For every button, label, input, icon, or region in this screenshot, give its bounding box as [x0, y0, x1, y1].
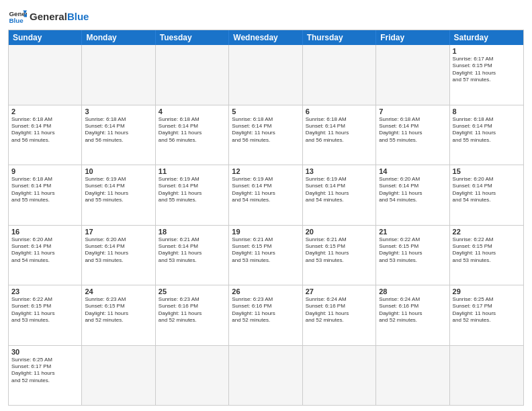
cell-info: Sunrise: 6:18 AM Sunset: 6:14 PM Dayligh… — [11, 116, 79, 144]
empty-cell-r5c5 — [376, 346, 449, 406]
empty-cell-r0c5 — [376, 45, 449, 105]
empty-cell-r0c1 — [82, 45, 155, 105]
day-number: 7 — [379, 107, 446, 116]
svg-text:Blue: Blue — [9, 17, 24, 24]
day-cell-24: 24Sunrise: 6:23 AM Sunset: 6:15 PM Dayli… — [82, 285, 155, 345]
cell-info: Sunrise: 6:18 AM Sunset: 6:14 PM Dayligh… — [306, 116, 373, 144]
cell-info: Sunrise: 6:20 AM Sunset: 6:14 PM Dayligh… — [85, 236, 152, 265]
cell-info: Sunrise: 6:22 AM Sunset: 6:15 PM Dayligh… — [11, 296, 79, 324]
cell-info: Sunrise: 6:23 AM Sunset: 6:15 PM Dayligh… — [85, 296, 152, 324]
day-number: 18 — [159, 228, 226, 236]
cell-info: Sunrise: 6:22 AM Sunset: 6:15 PM Dayligh… — [453, 236, 521, 265]
day-number: 15 — [453, 167, 521, 175]
cell-info: Sunrise: 6:21 AM Sunset: 6:15 PM Dayligh… — [232, 236, 299, 265]
cell-info: Sunrise: 6:20 AM Sunset: 6:14 PM Dayligh… — [379, 176, 446, 204]
calendar-row-0: 1Sunrise: 6:17 AM Sunset: 6:15 PM Daylig… — [9, 45, 523, 105]
day-number: 21 — [379, 228, 446, 236]
day-number: 5 — [232, 107, 299, 116]
day-cell-6: 6Sunrise: 6:18 AM Sunset: 6:14 PM Daylig… — [303, 105, 376, 165]
calendar-body: 1Sunrise: 6:17 AM Sunset: 6:15 PM Daylig… — [9, 45, 523, 405]
day-cell-2: 2Sunrise: 6:18 AM Sunset: 6:14 PM Daylig… — [9, 105, 82, 165]
day-number: 10 — [85, 167, 152, 175]
empty-cell-r5c2 — [156, 346, 229, 406]
day-number: 25 — [159, 287, 226, 295]
day-number: 1 — [453, 47, 521, 55]
empty-cell-r0c4 — [303, 45, 376, 105]
cell-info: Sunrise: 6:24 AM Sunset: 6:16 PM Dayligh… — [379, 296, 446, 324]
cell-info: Sunrise: 6:18 AM Sunset: 6:14 PM Dayligh… — [11, 176, 79, 204]
day-cell-16: 16Sunrise: 6:20 AM Sunset: 6:14 PM Dayli… — [9, 226, 82, 285]
weekday-header-sunday: Sunday — [9, 30, 82, 45]
day-cell-22: 22Sunrise: 6:22 AM Sunset: 6:15 PM Dayli… — [450, 226, 523, 285]
day-cell-11: 11Sunrise: 6:19 AM Sunset: 6:14 PM Dayli… — [156, 165, 229, 225]
day-number: 28 — [379, 287, 446, 295]
cell-info: Sunrise: 6:21 AM Sunset: 6:15 PM Dayligh… — [306, 236, 373, 265]
cell-info: Sunrise: 6:18 AM Sunset: 6:14 PM Dayligh… — [379, 116, 446, 144]
cell-info: Sunrise: 6:19 AM Sunset: 6:14 PM Dayligh… — [159, 176, 226, 204]
day-number: 4 — [159, 107, 226, 116]
logo-icon: General Blue — [8, 7, 27, 26]
day-number: 16 — [11, 228, 79, 236]
cell-info: Sunrise: 6:18 AM Sunset: 6:14 PM Dayligh… — [453, 116, 521, 144]
day-cell-23: 23Sunrise: 6:22 AM Sunset: 6:15 PM Dayli… — [9, 285, 82, 345]
cell-info: Sunrise: 6:23 AM Sunset: 6:16 PM Dayligh… — [232, 296, 299, 324]
cell-info: Sunrise: 6:18 AM Sunset: 6:14 PM Dayligh… — [159, 116, 226, 144]
day-number: 19 — [232, 228, 299, 236]
day-number: 3 — [85, 107, 152, 116]
day-cell-1: 1Sunrise: 6:17 AM Sunset: 6:15 PM Daylig… — [450, 45, 523, 105]
cell-info: Sunrise: 6:17 AM Sunset: 6:15 PM Dayligh… — [453, 56, 521, 84]
day-cell-26: 26Sunrise: 6:23 AM Sunset: 6:16 PM Dayli… — [229, 285, 302, 345]
day-number: 26 — [232, 287, 299, 295]
cell-info: Sunrise: 6:25 AM Sunset: 6:17 PM Dayligh… — [11, 357, 79, 385]
calendar-row-2: 9Sunrise: 6:18 AM Sunset: 6:14 PM Daylig… — [9, 165, 523, 225]
day-number: 6 — [306, 107, 373, 116]
logo: General Blue GeneralBlue — [8, 7, 89, 26]
header: General Blue GeneralBlue — [8, 7, 524, 26]
day-number: 23 — [11, 287, 79, 295]
day-cell-5: 5Sunrise: 6:18 AM Sunset: 6:14 PM Daylig… — [229, 105, 302, 165]
weekday-header-thursday: Thursday — [303, 30, 376, 45]
cell-info: Sunrise: 6:23 AM Sunset: 6:16 PM Dayligh… — [159, 296, 226, 324]
day-number: 27 — [306, 287, 373, 295]
calendar-row-5: 30Sunrise: 6:25 AM Sunset: 6:17 PM Dayli… — [9, 345, 523, 406]
empty-cell-r5c1 — [82, 346, 155, 406]
day-cell-19: 19Sunrise: 6:21 AM Sunset: 6:15 PM Dayli… — [229, 226, 302, 285]
empty-cell-r0c2 — [156, 45, 229, 105]
day-cell-8: 8Sunrise: 6:18 AM Sunset: 6:14 PM Daylig… — [450, 105, 523, 165]
day-cell-29: 29Sunrise: 6:25 AM Sunset: 6:17 PM Dayli… — [450, 285, 523, 345]
day-cell-28: 28Sunrise: 6:24 AM Sunset: 6:16 PM Dayli… — [376, 285, 449, 345]
cell-info: Sunrise: 6:20 AM Sunset: 6:14 PM Dayligh… — [11, 236, 79, 265]
empty-cell-r5c3 — [229, 346, 302, 406]
day-number: 17 — [85, 228, 152, 236]
day-cell-13: 13Sunrise: 6:19 AM Sunset: 6:14 PM Dayli… — [303, 165, 376, 225]
day-number: 30 — [11, 348, 79, 356]
day-number: 14 — [379, 167, 446, 175]
empty-cell-r5c6 — [450, 346, 523, 406]
day-cell-30: 30Sunrise: 6:25 AM Sunset: 6:17 PM Dayli… — [9, 346, 82, 406]
cell-info: Sunrise: 6:18 AM Sunset: 6:14 PM Dayligh… — [232, 116, 299, 144]
cell-info: Sunrise: 6:19 AM Sunset: 6:14 PM Dayligh… — [306, 176, 373, 204]
day-number: 13 — [306, 167, 373, 175]
day-cell-3: 3Sunrise: 6:18 AM Sunset: 6:14 PM Daylig… — [82, 105, 155, 165]
calendar-header: SundayMondayTuesdayWednesdayThursdayFrid… — [9, 30, 523, 45]
cell-info: Sunrise: 6:21 AM Sunset: 6:14 PM Dayligh… — [159, 236, 226, 265]
day-cell-14: 14Sunrise: 6:20 AM Sunset: 6:14 PM Dayli… — [376, 165, 449, 225]
weekday-header-wednesday: Wednesday — [229, 30, 302, 45]
day-cell-21: 21Sunrise: 6:22 AM Sunset: 6:15 PM Dayli… — [376, 226, 449, 285]
day-number: 20 — [306, 228, 373, 236]
weekday-header-saturday: Saturday — [450, 30, 523, 45]
empty-cell-r0c0 — [9, 45, 82, 105]
empty-cell-r5c4 — [303, 346, 376, 406]
day-cell-20: 20Sunrise: 6:21 AM Sunset: 6:15 PM Dayli… — [303, 226, 376, 285]
day-cell-27: 27Sunrise: 6:24 AM Sunset: 6:16 PM Dayli… — [303, 285, 376, 345]
weekday-header-friday: Friday — [376, 30, 449, 45]
cell-info: Sunrise: 6:25 AM Sunset: 6:17 PM Dayligh… — [453, 296, 521, 324]
day-cell-12: 12Sunrise: 6:19 AM Sunset: 6:14 PM Dayli… — [229, 165, 302, 225]
calendar-row-4: 23Sunrise: 6:22 AM Sunset: 6:15 PM Dayli… — [9, 285, 523, 345]
day-number: 12 — [232, 167, 299, 175]
empty-cell-r0c3 — [229, 45, 302, 105]
day-number: 11 — [159, 167, 226, 175]
day-number: 22 — [453, 228, 521, 236]
day-number: 8 — [453, 107, 521, 116]
day-cell-15: 15Sunrise: 6:20 AM Sunset: 6:14 PM Dayli… — [450, 165, 523, 225]
